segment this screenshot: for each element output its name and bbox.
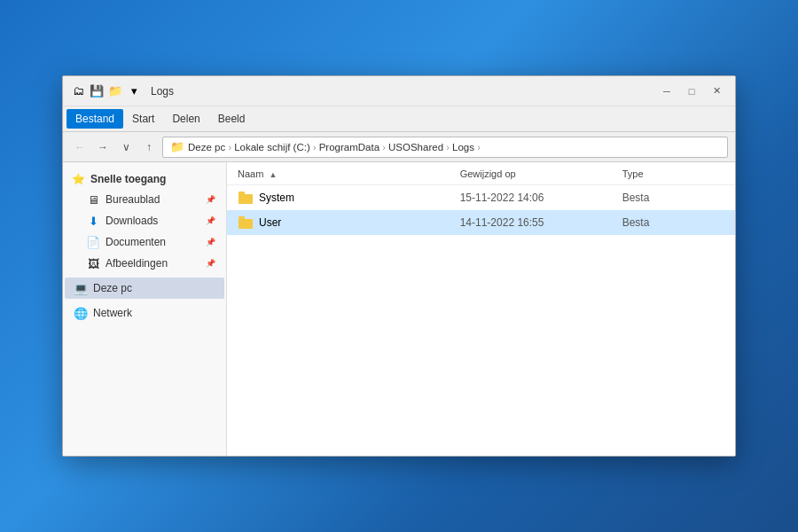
dropdown-nav-button[interactable]: ∨ <box>116 137 136 157</box>
documenten-icon: 📄 <box>86 235 100 249</box>
menu-beeld[interactable]: Beeld <box>209 109 254 129</box>
menu-start[interactable]: Start <box>123 109 163 129</box>
sidebar: ⭐ Snelle toegang 🖥 Bureaublad 📌 ⬇ Downlo… <box>63 162 227 456</box>
deze-pc-icon: 💻 <box>74 281 88 295</box>
sidebar-quick-access-header[interactable]: ⭐ Snelle toegang <box>63 169 226 189</box>
folder-icon-titlebar: 🗂 <box>70 83 86 99</box>
bc-logs[interactable]: Logs <box>452 142 474 153</box>
pin-icon-documenten: 📌 <box>206 238 215 246</box>
file-area: Naam ▲ Gewijzigd op Type <box>227 162 735 456</box>
title-bar: 🗂 💾 📁 ▾ Logs ─ □ ✕ <box>63 76 735 106</box>
col-header-date[interactable]: Gewijzigd op <box>442 168 614 179</box>
quick-access-label: Snelle toegang <box>90 173 166 185</box>
pin-icon-bureaublad: 📌 <box>206 195 215 204</box>
dropdown-icon-titlebar[interactable]: ▾ <box>126 83 142 99</box>
sidebar-item-bureaublad[interactable]: 🖥 Bureaublad 📌 <box>65 189 224 210</box>
col-header-naam[interactable]: Naam ▲ <box>238 168 442 179</box>
folder2-icon-titlebar: 📁 <box>107 83 123 99</box>
bc-programdata[interactable]: ProgramData <box>319 142 379 153</box>
main-area: ⭐ Snelle toegang 🖥 Bureaublad 📌 ⬇ Downlo… <box>63 162 735 456</box>
sidebar-item-deze-pc[interactable]: 💻 Deze pc <box>65 278 224 299</box>
bc-lokale-schijf[interactable]: Lokale schijf (C:) <box>234 142 310 153</box>
col-header-type[interactable]: Type <box>614 168 724 179</box>
menu-delen[interactable]: Delen <box>163 109 208 129</box>
file-date-user: 14-11-2022 16:55 <box>442 216 614 229</box>
menu-bestand[interactable]: Bestand <box>66 109 123 129</box>
sidebar-item-netwerk[interactable]: 🌐 Netwerk <box>65 302 224 324</box>
back-button[interactable]: ← <box>70 137 90 157</box>
netwerk-label: Netwerk <box>93 307 132 319</box>
file-row-user[interactable]: User 14-11-2022 16:55 Besta <box>227 210 735 235</box>
window-controls: ─ □ ✕ <box>655 82 728 101</box>
bureaublad-icon: 🖥 <box>86 192 100 207</box>
file-type-user: Besta <box>614 216 724 229</box>
file-list: System 15-11-2022 14:06 Besta User <box>227 185 735 456</box>
minimize-button[interactable]: ─ <box>655 82 678 101</box>
deze-pc-label: Deze pc <box>93 282 132 294</box>
sidebar-item-afbeeldingen[interactable]: 🖼 Afbeeldingen 📌 <box>65 253 224 274</box>
address-row: ← → ∨ ↑ 📁 Deze pc › Lokale schijf (C:) ›… <box>63 132 735 162</box>
explorer-window: 🗂 💾 📁 ▾ Logs ─ □ ✕ Bestand Start Delen B… <box>62 75 736 457</box>
sort-arrow: ▲ <box>269 170 277 179</box>
file-date-system: 15-11-2022 14:06 <box>442 192 614 204</box>
downloads-icon: ⬇ <box>86 214 100 228</box>
address-folder-icon: 📁 <box>170 140 184 153</box>
forward-button[interactable]: → <box>93 137 113 157</box>
close-button[interactable]: ✕ <box>705 82 728 101</box>
documenten-label: Documenten <box>106 236 166 248</box>
afbeeldingen-label: Afbeeldingen <box>106 257 168 270</box>
sidebar-item-downloads[interactable]: ⬇ Downloads 📌 <box>65 210 224 231</box>
sidebar-item-documenten[interactable]: 📄 Documenten 📌 <box>65 231 224 253</box>
bureaublad-label: Bureaublad <box>106 193 160 206</box>
bc-deze-pc[interactable]: Deze pc <box>188 142 225 153</box>
downloads-label: Downloads <box>106 215 158 227</box>
pin-icon-afbeeldingen: 📌 <box>206 259 215 268</box>
menu-bar: Bestand Start Delen Beeld <box>63 106 735 131</box>
file-name-system: System <box>238 190 442 206</box>
star-icon: ⭐ <box>72 173 85 185</box>
folder-icon-user <box>238 215 254 231</box>
file-type-system: Besta <box>614 192 724 204</box>
netwerk-icon: 🌐 <box>74 306 88 320</box>
window-title: Logs <box>151 85 174 98</box>
file-name-user: User <box>238 215 442 231</box>
save-icon-titlebar: 💾 <box>89 83 105 99</box>
title-bar-icons: 🗂 💾 📁 ▾ <box>70 83 142 99</box>
up-button[interactable]: ↑ <box>139 137 159 157</box>
ribbon: Bestand Start Delen Beeld <box>63 106 735 132</box>
maximize-button[interactable]: □ <box>680 82 703 101</box>
bc-usoshared[interactable]: USOShared <box>388 142 443 153</box>
file-row-system[interactable]: System 15-11-2022 14:06 Besta <box>227 185 735 210</box>
afbeeldingen-icon: 🖼 <box>86 256 100 270</box>
folder-icon-system <box>238 190 254 206</box>
address-bar[interactable]: 📁 Deze pc › Lokale schijf (C:) › Program… <box>162 137 728 158</box>
breadcrumb-text: Deze pc › Lokale schijf (C:) › ProgramDa… <box>188 142 481 153</box>
pin-icon-downloads: 📌 <box>206 216 215 225</box>
file-list-header: Naam ▲ Gewijzigd op Type <box>227 162 735 185</box>
